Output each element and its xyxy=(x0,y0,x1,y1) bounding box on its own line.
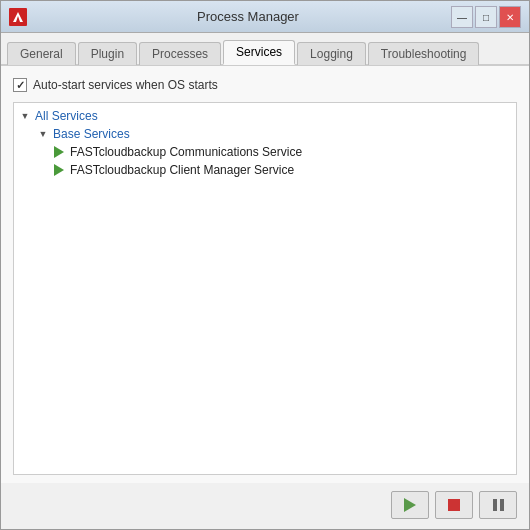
tab-general[interactable]: General xyxy=(7,42,76,65)
all-services-label: All Services xyxy=(35,109,98,123)
maximize-button[interactable]: □ xyxy=(475,6,497,28)
play-icon xyxy=(404,498,416,512)
minimize-button[interactable]: — xyxy=(451,6,473,28)
svg-rect-0 xyxy=(9,8,27,26)
expand-all-services-icon xyxy=(18,109,32,123)
window-title: Process Manager xyxy=(35,9,461,24)
tab-logging[interactable]: Logging xyxy=(297,42,366,65)
base-services-label: Base Services xyxy=(53,127,130,141)
window-controls: — □ ✕ xyxy=(451,6,521,28)
tabs-bar: General Plugin Processes Services Loggin… xyxy=(1,33,529,66)
tab-services[interactable]: Services xyxy=(223,40,295,65)
tree-node-all-services[interactable]: All Services xyxy=(14,107,516,125)
stop-button[interactable] xyxy=(435,491,473,519)
start-button[interactable] xyxy=(391,491,429,519)
tree-node-comms-service[interactable]: FASTcloudbackup Communications Service xyxy=(14,143,516,161)
footer-buttons xyxy=(1,483,529,529)
expand-base-services-icon xyxy=(36,127,50,141)
autostart-row: Auto-start services when OS starts xyxy=(13,78,517,92)
tree-node-client-service[interactable]: FASTcloudbackup Client Manager Service xyxy=(14,161,516,179)
pause-icon xyxy=(493,499,504,511)
autostart-checkbox[interactable] xyxy=(13,78,27,92)
pause-button[interactable] xyxy=(479,491,517,519)
service-running-icon xyxy=(54,146,64,158)
tab-troubleshooting[interactable]: Troubleshooting xyxy=(368,42,480,65)
service-running-icon-2 xyxy=(54,164,64,176)
app-icon xyxy=(9,8,27,26)
title-bar: Process Manager — □ ✕ xyxy=(1,1,529,33)
stop-icon xyxy=(448,499,460,511)
tab-processes[interactable]: Processes xyxy=(139,42,221,65)
autostart-label: Auto-start services when OS starts xyxy=(33,78,218,92)
services-panel: All Services Base Services FASTcloudback… xyxy=(13,102,517,475)
pause-bar-1 xyxy=(493,499,497,511)
main-window: Process Manager — □ ✕ General Plugin Pro… xyxy=(0,0,530,530)
close-button[interactable]: ✕ xyxy=(499,6,521,28)
tab-plugin[interactable]: Plugin xyxy=(78,42,137,65)
comms-service-label: FASTcloudbackup Communications Service xyxy=(70,145,302,159)
tree-node-base-services[interactable]: Base Services xyxy=(14,125,516,143)
main-content: Auto-start services when OS starts All S… xyxy=(1,66,529,483)
pause-bar-2 xyxy=(500,499,504,511)
client-service-label: FASTcloudbackup Client Manager Service xyxy=(70,163,294,177)
